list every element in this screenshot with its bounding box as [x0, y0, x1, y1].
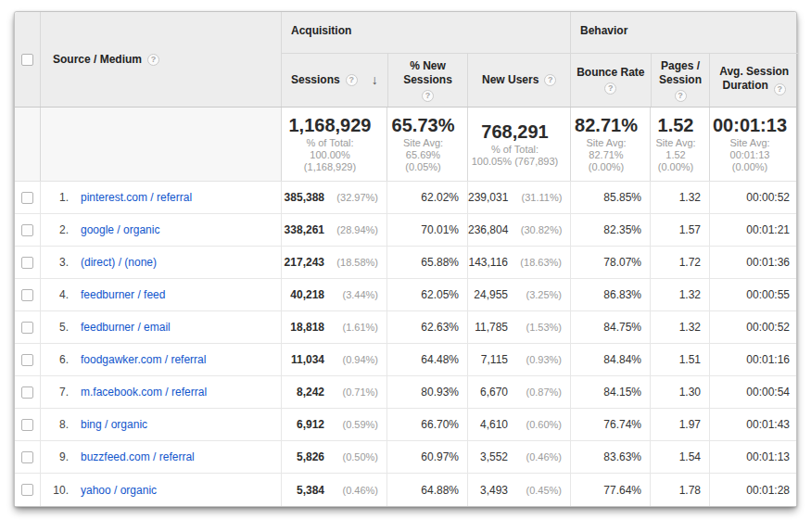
- bounce-rate-header[interactable]: Bounce Rate ?: [571, 54, 651, 107]
- table-row: 7. m.facebook.com / referral 8,242 (0.71…: [15, 376, 796, 409]
- sessions-value: 217,243: [282, 256, 324, 269]
- row-checkbox[interactable]: [21, 419, 33, 431]
- avg-session-duration-cell: 00:00:55: [709, 279, 798, 310]
- help-icon[interactable]: ?: [422, 90, 434, 102]
- summary-avg-session-duration-cell: 00:01:13 Site Avg: 00:01:13 (0.00%): [709, 108, 798, 181]
- row-checkbox[interactable]: [21, 386, 33, 399]
- new-users-value: 239,031: [468, 191, 508, 204]
- pages-session-cell: 1.32: [650, 182, 709, 213]
- summary-sub-line: 100.00%: [310, 149, 349, 161]
- sessions-percent: (0.50%): [324, 451, 378, 462]
- bounce-rate-cell: 77.64%: [570, 474, 650, 506]
- bounce-rate-value: 85.85%: [603, 191, 641, 204]
- source-medium-link[interactable]: google / organic: [81, 223, 159, 236]
- table-row: 8. bing / organic 6,912 (0.59%) 66.70% 4…: [15, 409, 796, 441]
- pct-new-sessions-value: 60.97%: [421, 450, 459, 463]
- source-medium-header[interactable]: Source / Medium ?: [40, 12, 281, 107]
- bounce-rate-value: 83.63%: [603, 450, 641, 463]
- source-medium-link[interactable]: yahoo / organic: [81, 484, 157, 497]
- source-medium-link[interactable]: feedburner / email: [81, 321, 171, 334]
- new-users-value: 3,493: [468, 484, 508, 497]
- new-users-value: 24,955: [468, 288, 508, 301]
- help-icon[interactable]: ?: [346, 74, 358, 86]
- summary-sessions-cell: 1,168,929 % of Total: 100.00% (1,168,929…: [281, 108, 386, 181]
- pages-session-header[interactable]: Pages / Session ?: [651, 54, 710, 107]
- row-number: 6.: [41, 353, 69, 366]
- help-icon[interactable]: ?: [147, 54, 159, 66]
- source-medium-link[interactable]: bing / organic: [81, 418, 147, 431]
- bounce-rate-value: 76.74%: [603, 418, 641, 431]
- select-all-checkbox[interactable]: [21, 54, 33, 66]
- avg-session-duration-value: 00:01:13: [746, 450, 790, 463]
- sessions-cell: 385,388 (32.97%): [281, 182, 386, 213]
- avg-session-duration-value: 00:01:28: [746, 484, 790, 497]
- row-checkbox[interactable]: [21, 257, 33, 269]
- source-medium-link[interactable]: buzzfeed.com / referral: [81, 450, 195, 463]
- pct-new-sessions-value: 64.48%: [421, 353, 459, 366]
- avg-session-duration-value: 00:01:36: [746, 256, 790, 269]
- new-users-percent: (3.25%): [508, 289, 562, 300]
- help-icon[interactable]: ?: [774, 83, 786, 95]
- pct-new-sessions-value: 70.01%: [421, 223, 459, 236]
- pages-session-cell: 1.72: [650, 247, 709, 278]
- row-checkbox[interactable]: [21, 451, 33, 463]
- row-checkbox[interactable]: [21, 354, 33, 366]
- pct-new-sessions-header[interactable]: % New Sessions ?: [387, 54, 468, 107]
- sessions-percent: (28.94%): [324, 224, 378, 235]
- table-row: 1. pinterest.com / referral 385,388 (32.…: [15, 182, 796, 214]
- new-users-cell: 11,785 (1.53%): [467, 311, 570, 343]
- bounce-rate-cell: 76.74%: [570, 409, 650, 440]
- avg-session-duration-header[interactable]: Avg. Session Duration?: [709, 54, 798, 107]
- summary-pct-new-sessions-cell: 65.73% Site Avg: 65.69% (0.05%): [386, 108, 467, 181]
- pages-session-value: 1.32: [679, 288, 701, 301]
- sort-descending-icon[interactable]: ↓: [372, 73, 378, 87]
- behavior-group-label: Behavior: [571, 12, 798, 54]
- sessions-cell: 5,826 (0.50%): [281, 441, 386, 473]
- sessions-header[interactable]: Sessions ? ↓: [282, 54, 387, 107]
- source-medium-link[interactable]: feedburner / feed: [81, 288, 165, 301]
- source-medium-link[interactable]: (direct) / (none): [81, 256, 157, 269]
- help-icon[interactable]: ?: [675, 90, 687, 102]
- new-users-value: 3,552: [468, 450, 508, 463]
- source-medium-cell: 2. google / organic: [40, 214, 281, 246]
- pages-session-cell: 1.78: [650, 474, 709, 506]
- pages-session-value: 1.57: [679, 223, 701, 236]
- summary-sub-line: 1.52: [665, 149, 685, 161]
- sessions-cell: 8,242 (0.71%): [281, 376, 386, 408]
- row-checkbox[interactable]: [21, 484, 33, 496]
- sessions-percent: (0.94%): [324, 354, 378, 365]
- row-checkbox[interactable]: [21, 192, 33, 204]
- bounce-rate-value: 86.83%: [603, 288, 641, 301]
- source-medium-cell: 9. buzzfeed.com / referral: [40, 441, 281, 473]
- row-checkbox[interactable]: [21, 224, 33, 236]
- pct-new-sessions-value: 62.05%: [421, 288, 459, 301]
- row-checkbox-cell: [15, 214, 40, 246]
- help-icon[interactable]: ?: [604, 82, 616, 95]
- pages-session-value: 1.78: [679, 484, 701, 497]
- row-checkbox[interactable]: [21, 322, 33, 334]
- source-medium-link[interactable]: foodgawker.com / referral: [81, 353, 206, 366]
- summary-new-users-value: 768,291: [481, 121, 548, 143]
- row-checkbox[interactable]: [21, 289, 33, 301]
- help-icon[interactable]: ?: [544, 74, 556, 86]
- pages-session-value: 1.54: [679, 450, 701, 463]
- summary-source-cell: [40, 108, 281, 181]
- pct-new-sessions-cell: 65.88%: [386, 247, 467, 278]
- source-medium-link[interactable]: m.facebook.com / referral: [81, 386, 207, 399]
- row-checkbox-cell: [15, 182, 40, 213]
- new-users-header[interactable]: New Users ?: [467, 54, 570, 107]
- summary-pct-new-sessions-value: 65.73%: [392, 115, 455, 136]
- summary-sub-line: (0.00%): [732, 161, 768, 173]
- sessions-percent: (0.46%): [324, 485, 378, 496]
- avg-session-duration-value: 00:01:16: [746, 353, 790, 366]
- summary-sessions-value: 1,168,929: [289, 115, 372, 136]
- new-users-value: 7,115: [468, 353, 508, 366]
- table-body: 1. pinterest.com / referral 385,388 (32.…: [15, 182, 796, 506]
- row-number: 9.: [41, 450, 69, 463]
- bounce-rate-cell: 78.07%: [570, 247, 650, 278]
- row-checkbox-cell: [15, 279, 40, 310]
- new-users-cell: 3,552 (0.46%): [467, 441, 570, 473]
- source-medium-link[interactable]: pinterest.com / referral: [81, 191, 192, 204]
- pct-new-sessions-value: 80.93%: [421, 386, 459, 399]
- new-users-header-label: New Users: [482, 73, 539, 87]
